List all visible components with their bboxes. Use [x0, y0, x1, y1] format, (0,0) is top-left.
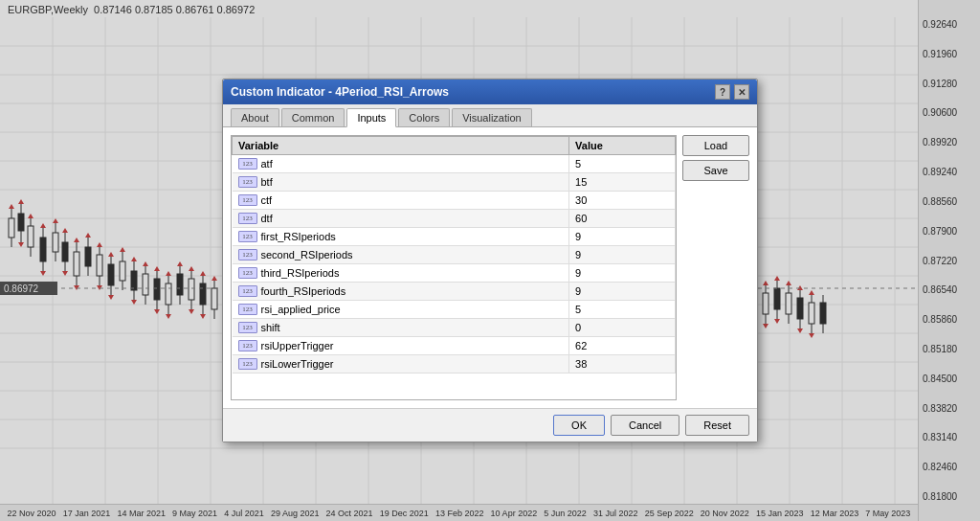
var-type-icon: 123 [238, 231, 257, 242]
value-cell[interactable]: 15 [569, 173, 676, 192]
col-variable: Variable [233, 137, 569, 155]
value-cell[interactable]: 60 [569, 210, 676, 228]
table-row[interactable]: 123 rsiLowerTrigger 38 [233, 355, 676, 374]
variable-cell: 123 shift [233, 319, 569, 337]
table-row[interactable]: 123 third_RSIperiods 9 [233, 264, 676, 283]
modal-overlay: Custom Indicator - 4Period_RSI_Arrows ? … [0, 0, 980, 521]
variable-cell: 123 rsiUpperTrigger [233, 337, 569, 355]
var-type-icon: 123 [238, 304, 257, 315]
tabs-row: About Common Inputs Colors Visualization [223, 104, 757, 127]
dialog-controls: ? ✕ [715, 84, 749, 100]
table-row[interactable]: 123 second_RSIperiods 9 [233, 246, 676, 264]
cancel-button[interactable]: Cancel [611, 415, 679, 436]
table-row[interactable]: 123 fourth_RSIperiods 9 [233, 283, 676, 301]
var-type-icon: 123 [238, 322, 257, 333]
value-cell[interactable]: 5 [569, 301, 676, 319]
ok-button[interactable]: OK [553, 415, 605, 436]
side-buttons: Load Save [682, 135, 749, 400]
variable-name: fourth_RSIperiods [261, 285, 346, 297]
var-type-icon: 123 [238, 194, 257, 206]
variable-name: btf [261, 176, 273, 188]
table-row[interactable]: 123 ctf 30 [233, 192, 676, 210]
table-row[interactable]: 123 dtf 60 [233, 210, 676, 228]
tab-about[interactable]: About [231, 108, 279, 126]
variable-name: rsi_applied_price [261, 304, 341, 315]
var-type-icon: 123 [238, 249, 257, 260]
dialog-content: Variable Value 123 atf 5 123 btf [223, 127, 757, 408]
var-type-icon: 123 [238, 158, 257, 170]
tab-visualization[interactable]: Visualization [452, 108, 532, 126]
save-button[interactable]: Save [682, 160, 749, 181]
var-type-icon: 123 [238, 285, 257, 297]
variable-name: dtf [261, 213, 273, 224]
variable-cell: 123 btf [233, 173, 569, 192]
reset-button[interactable]: Reset [685, 415, 749, 436]
value-cell[interactable]: 9 [569, 264, 676, 283]
inputs-table-area: Variable Value 123 atf 5 123 btf [231, 135, 677, 400]
variable-name: third_RSIperiods [261, 267, 340, 279]
variable-name: first_RSIperiods [261, 231, 336, 242]
table-row[interactable]: 123 btf 15 [233, 173, 676, 192]
titlebar-left: Custom Indicator - 4Period_RSI_Arrows [231, 85, 449, 99]
load-button[interactable]: Load [682, 135, 749, 156]
var-type-icon: 123 [238, 213, 257, 224]
variable-name: second_RSIperiods [261, 249, 353, 260]
close-button[interactable]: ✕ [734, 84, 749, 100]
variable-name: ctf [261, 194, 273, 206]
value-cell[interactable]: 62 [569, 337, 676, 355]
table-row[interactable]: 123 atf 5 [233, 155, 676, 173]
table-row[interactable]: 123 shift 0 [233, 319, 676, 337]
tab-common[interactable]: Common [281, 108, 345, 126]
dialog-title: Custom Indicator - 4Period_RSI_Arrows [231, 85, 449, 99]
var-type-icon: 123 [238, 358, 257, 370]
value-cell[interactable]: 9 [569, 246, 676, 264]
col-value: Value [569, 137, 676, 155]
variable-cell: 123 second_RSIperiods [233, 246, 569, 264]
value-cell[interactable]: 9 [569, 283, 676, 301]
var-type-icon: 123 [238, 267, 257, 279]
var-type-icon: 123 [238, 340, 257, 351]
variable-name: rsiUpperTrigger [261, 340, 334, 351]
variable-cell: 123 atf [233, 155, 569, 173]
tab-colors[interactable]: Colors [398, 108, 450, 126]
help-button[interactable]: ? [715, 84, 730, 100]
value-cell[interactable]: 38 [569, 355, 676, 374]
inputs-table: Variable Value 123 atf 5 123 btf [232, 136, 676, 374]
variable-cell: 123 rsiLowerTrigger [233, 355, 569, 374]
variable-cell: 123 rsi_applied_price [233, 301, 569, 319]
variable-cell: 123 fourth_RSIperiods [233, 283, 569, 301]
dialog-footer: OK Cancel Reset [223, 408, 757, 442]
variable-cell: 123 dtf [233, 210, 569, 228]
variable-name: atf [261, 158, 273, 170]
table-row[interactable]: 123 first_RSIperiods 9 [233, 228, 676, 246]
variable-cell: 123 first_RSIperiods [233, 228, 569, 246]
dialog-titlebar: Custom Indicator - 4Period_RSI_Arrows ? … [223, 79, 757, 104]
variable-name: rsiLowerTrigger [261, 358, 334, 370]
table-row[interactable]: 123 rsiUpperTrigger 62 [233, 337, 676, 355]
variable-cell: 123 ctf [233, 192, 569, 210]
value-cell[interactable]: 0 [569, 319, 676, 337]
variable-name: shift [261, 322, 280, 333]
value-cell[interactable]: 30 [569, 192, 676, 210]
var-type-icon: 123 [238, 176, 257, 188]
indicator-dialog: Custom Indicator - 4Period_RSI_Arrows ? … [222, 79, 758, 442]
tab-inputs[interactable]: Inputs [346, 108, 396, 127]
variable-cell: 123 third_RSIperiods [233, 264, 569, 283]
table-row[interactable]: 123 rsi_applied_price 5 [233, 301, 676, 319]
value-cell[interactable]: 5 [569, 155, 676, 173]
value-cell[interactable]: 9 [569, 228, 676, 246]
